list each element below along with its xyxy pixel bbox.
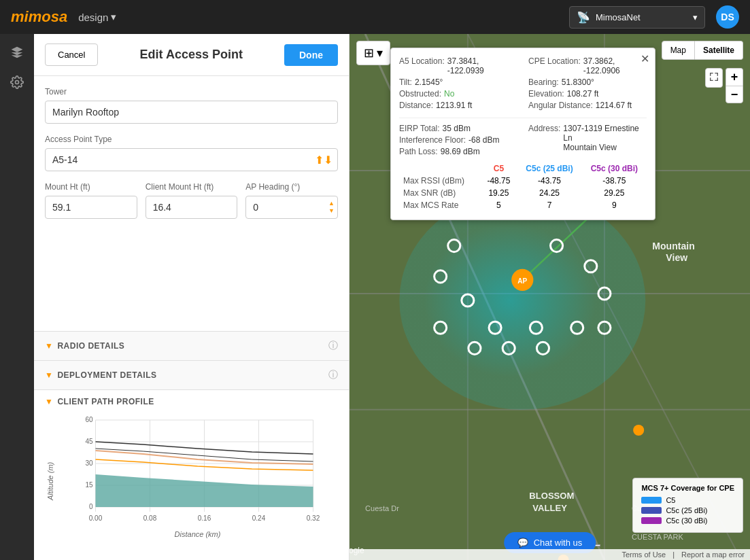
sidebar-icon-settings[interactable] bbox=[5, 71, 29, 94]
snr-c5: 19.25 bbox=[480, 187, 517, 199]
radio-details-header[interactable]: ▼ RADIO DETAILS ⓘ bbox=[34, 331, 349, 360]
wifi-icon: 📡 bbox=[577, 11, 590, 24]
client-mount-ht-group: Client Mount Ht (ft) bbox=[146, 182, 238, 219]
elevation-label: Elevation: bbox=[528, 89, 564, 99]
popup-obstructed: Obstructed: No bbox=[399, 89, 517, 99]
bearing-label: Bearing: bbox=[528, 77, 559, 87]
svg-text:VALLEY: VALLEY bbox=[532, 503, 567, 513]
popup-close-button[interactable]: ✕ bbox=[641, 52, 649, 65]
svg-text:0.08: 0.08 bbox=[143, 514, 157, 522]
user-avatar[interactable]: DS bbox=[716, 5, 739, 29]
stats-col-empty bbox=[399, 162, 480, 175]
popup-content: A5 Location: 37.3841, -122.0939 Tilt: 2.… bbox=[399, 56, 647, 158]
info-popup: ✕ A5 Location: 37.3841, -122.0939 Tilt: … bbox=[390, 48, 655, 220]
svg-point-30 bbox=[399, 191, 645, 410]
deployment-details-info-icon[interactable]: ⓘ bbox=[328, 369, 338, 381]
interference-value: -68 dBm bbox=[468, 135, 499, 145]
main-area: Cancel Edit Access Point Done Tower Acce… bbox=[0, 34, 750, 560]
panel-header: Cancel Edit Access Point Done bbox=[34, 34, 349, 76]
ap-heading-down-icon[interactable]: ▼ bbox=[328, 207, 335, 215]
client-mount-ht-input[interactable] bbox=[146, 196, 238, 219]
network-select[interactable]: 📡 MimosaNet ▾ bbox=[569, 6, 705, 29]
measurements-group: Mount Ht (ft) Client Mount Ht (ft) AP He… bbox=[45, 182, 338, 230]
ap-heading-up-icon[interactable]: ▲ bbox=[328, 200, 335, 207]
cancel-button[interactable]: Cancel bbox=[45, 43, 98, 66]
popup-left2: EIRP Total: 35 dBm Interference Floor: -… bbox=[399, 124, 517, 158]
ap-type-label: Access Point Type bbox=[45, 135, 338, 144]
rssi-c5c25: -43.75 bbox=[517, 175, 581, 187]
path-loss-label: Path Loss: bbox=[399, 147, 438, 156]
sidebar-icon-layers[interactable] bbox=[5, 41, 29, 64]
logo: mimosa bbox=[11, 8, 67, 26]
deployment-details-toggle-icon: ▼ bbox=[45, 370, 53, 380]
mcs-c5c30: 9 bbox=[582, 199, 647, 211]
stats-col-c5c25: C5c (25 dBi) bbox=[517, 162, 581, 175]
rssi-c5c30: -38.75 bbox=[582, 175, 647, 187]
path-loss-value: 98.69 dBm bbox=[441, 147, 480, 156]
legend-row-c5: C5 bbox=[641, 496, 734, 504]
map-tab-map[interactable]: Map bbox=[662, 41, 695, 60]
expand-button[interactable] bbox=[705, 68, 723, 88]
interference-label: Interference Floor: bbox=[399, 135, 466, 145]
design-menu[interactable]: design ▾ bbox=[78, 11, 116, 23]
svg-text:15: 15 bbox=[85, 481, 93, 489]
obstructed-label: Obstructed: bbox=[399, 89, 441, 99]
ap-heading-input[interactable] bbox=[245, 196, 338, 219]
ap-heading-arrows: ▲ ▼ bbox=[328, 196, 335, 219]
map-tabs: Map Satellite bbox=[662, 41, 743, 60]
svg-text:45: 45 bbox=[85, 438, 93, 445]
popup-angular-distance: Angular Distance: 1214.67 ft bbox=[528, 101, 647, 110]
svg-text:0.32: 0.32 bbox=[307, 514, 320, 522]
svg-text:Mountain: Mountain bbox=[652, 241, 694, 251]
tower-input[interactable] bbox=[45, 101, 338, 124]
svg-text:0.16: 0.16 bbox=[198, 514, 211, 522]
footer-separator: | bbox=[672, 550, 675, 559]
ap-type-select-wrap: A5-14 ⬆⬇ bbox=[45, 148, 338, 171]
tilt-value: 2.1545° bbox=[415, 77, 443, 87]
address-label: Address: bbox=[528, 124, 560, 133]
client-path-profile-title: ▼ CLIENT PATH PROFILE bbox=[45, 397, 338, 406]
chat-label: Chat with us bbox=[534, 538, 583, 548]
tower-group: Tower bbox=[45, 87, 338, 124]
svg-point-49 bbox=[633, 425, 644, 436]
zoom-out-button[interactable]: − bbox=[726, 86, 743, 103]
design-label: design bbox=[78, 12, 108, 23]
svg-point-0 bbox=[16, 81, 19, 84]
svg-text:0.00: 0.00 bbox=[89, 514, 103, 522]
popup-path-loss: Path Loss: 98.69 dBm bbox=[399, 147, 517, 156]
stats-col-c5c30: C5c (30 dBi) bbox=[582, 162, 647, 175]
mount-ht-input[interactable] bbox=[45, 196, 137, 219]
ap-type-select[interactable]: A5-14 bbox=[45, 148, 338, 171]
rssi-label: Max RSSI (dBm) bbox=[399, 175, 480, 187]
map-layer-button[interactable]: ⊞ ▾ bbox=[356, 41, 390, 65]
deployment-details-header[interactable]: ▼ DEPLOYMENT DETAILS ⓘ bbox=[34, 360, 349, 389]
popup-distance: Distance: 1213.91 ft bbox=[399, 101, 517, 110]
cpe-location-value: 37.3862, -122.0906 bbox=[583, 56, 647, 75]
radio-details-info-icon[interactable]: ⓘ bbox=[328, 340, 338, 352]
chart-area: Altitude (m) bbox=[45, 413, 338, 549]
ap-heading-wrap: ▲ ▼ bbox=[245, 196, 338, 219]
svg-text:AP: AP bbox=[517, 277, 527, 285]
stats-row-mcs: Max MCS Rate 5 7 9 bbox=[399, 199, 647, 211]
stats-row-rssi: Max RSSI (dBm) -48.75 -43.75 -38.75 bbox=[399, 175, 647, 187]
rssi-c5: -48.75 bbox=[480, 175, 517, 187]
altitude-chart: 60 45 30 15 0 0.00 0.08 0.16 0.24 0.32 bbox=[57, 413, 338, 529]
layer-chevron-icon: ▾ bbox=[377, 46, 383, 60]
mcs-label: Max MCS Rate bbox=[399, 199, 480, 211]
report-link[interactable]: Report a map error bbox=[681, 550, 745, 559]
terms-link[interactable]: Terms of Use bbox=[621, 550, 666, 559]
done-button[interactable]: Done bbox=[284, 44, 338, 66]
stats-col-c5: C5 bbox=[480, 162, 517, 175]
c5-legend-label: C5 bbox=[666, 496, 675, 504]
zoom-in-button[interactable]: + bbox=[726, 68, 743, 86]
c5c25-swatch bbox=[641, 507, 662, 514]
expand-icon bbox=[709, 71, 719, 82]
bearing-value: 51.8300° bbox=[562, 77, 594, 87]
popup-interference: Interference Floor: -68 dBm bbox=[399, 135, 517, 145]
stats-table: C5 C5c (25 dBi) C5c (30 dBi) Max RSSI (d… bbox=[399, 162, 647, 211]
svg-text:View: View bbox=[666, 252, 687, 263]
map-tab-satellite[interactable]: Satellite bbox=[695, 41, 743, 60]
svg-text:0: 0 bbox=[89, 503, 93, 510]
layer-stack-icon: ⊞ bbox=[364, 46, 374, 60]
legend-row-c5c25: C5c (25 dBi) bbox=[641, 506, 734, 514]
